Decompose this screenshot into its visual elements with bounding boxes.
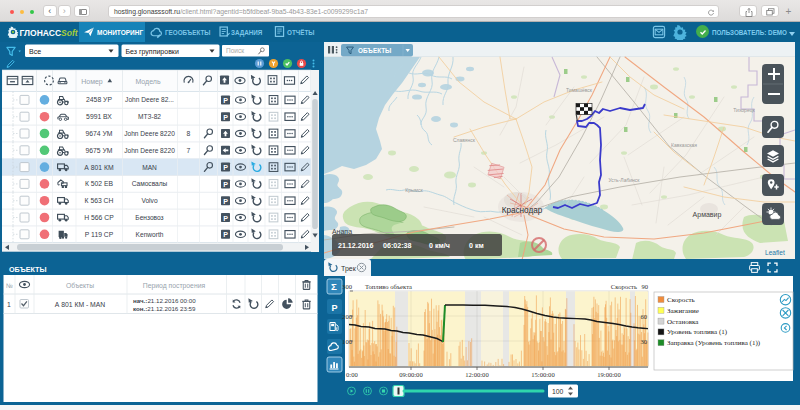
svg-text:Крымск: Крымск (405, 187, 423, 193)
svg-text:Трек: Трек (341, 265, 357, 273)
svg-text:Р 119 СР: Р 119 СР (85, 231, 114, 238)
svg-text:19:00:00: 19:00:00 (597, 371, 621, 378)
svg-text:Скорость: Скорость (667, 296, 695, 304)
svg-text:Kenworth: Kenworth (136, 231, 164, 238)
svg-text:МТЗ-82: МТЗ-82 (138, 113, 161, 120)
svg-text:9675 УМ: 9675 УМ (86, 147, 113, 154)
svg-text:К 563 СН: К 563 СН (85, 197, 114, 204)
svg-text:Модель: Модель (135, 78, 160, 86)
svg-text:100: 100 (342, 338, 353, 345)
svg-text:К 502 ЕВ: К 502 ЕВ (85, 180, 114, 187)
svg-text:5991 ВХ: 5991 ВХ (86, 113, 112, 120)
svg-text:8: 8 (187, 130, 191, 137)
svg-text:Тимашёвск: Тимашёвск (566, 87, 593, 93)
svg-text:2458 УР: 2458 УР (86, 96, 112, 103)
svg-text:ОБЪЕКТЫ: ОБЪЕКТЫ (358, 47, 391, 54)
svg-text:Скорость: Скорость (611, 283, 637, 290)
svg-text:№: № (6, 282, 13, 289)
svg-text:Краснодар: Краснодар (502, 206, 543, 215)
svg-text:0 км: 0 км (469, 242, 484, 250)
svg-text:200: 200 (342, 313, 353, 320)
svg-text:А 801 КМ - MAN: А 801 КМ - MAN (55, 301, 106, 308)
svg-text:Уровень топлива (1): Уровень топлива (1) (667, 328, 728, 336)
svg-text:09:00:00: 09:00:00 (399, 371, 423, 378)
svg-text:9674 УМ: 9674 УМ (86, 130, 113, 137)
svg-text:John Deere 8220: John Deere 8220 (124, 147, 175, 154)
svg-text:15:00:00: 15:00:00 (531, 371, 555, 378)
svg-text:John Deere 8220: John Deere 8220 (124, 130, 175, 137)
svg-text:нач.:21.12.2016 00:00: нач.:21.12.2016 00:00 (133, 297, 196, 304)
svg-text:Без группировки: Без группировки (126, 48, 179, 56)
svg-text:Зажигание: Зажигание (667, 307, 699, 315)
svg-text:Заправка (Уровень топлива (1)): Заправка (Уровень топлива (1)) (667, 339, 761, 347)
svg-text:кон.:21.12.2016 23:59: кон.:21.12.2016 23:59 (133, 305, 196, 312)
svg-text:P: P (331, 303, 337, 313)
svg-text:Усть-Лабинск: Усть-Лабинск (608, 177, 640, 183)
svg-text:Объекты: Объекты (66, 282, 94, 289)
svg-text:Кавказская: Кавказская (671, 142, 697, 148)
svg-text:Бензовоз: Бензовоз (135, 214, 163, 221)
svg-text:Славянск: Славянск (453, 137, 476, 143)
svg-text:100: 100 (552, 388, 564, 395)
svg-text:Тихорецк: Тихорецк (733, 107, 755, 113)
svg-text:Volvo: Volvo (141, 197, 157, 204)
svg-text:7: 7 (187, 147, 191, 154)
svg-text:300: 300 (342, 283, 353, 290)
svg-text:1: 1 (7, 301, 11, 308)
svg-text:Анапа: Анапа (332, 228, 352, 235)
svg-text:Самосвалы: Самосвалы (132, 180, 168, 187)
svg-text:Н 566 СР: Н 566 СР (84, 214, 114, 221)
svg-text:Остановка: Остановка (667, 318, 699, 326)
svg-text:Все: Все (29, 48, 41, 55)
svg-text:Период построения: Период построения (143, 282, 206, 290)
svg-text:12:00:00: 12:00:00 (465, 371, 489, 378)
svg-text:Номер: Номер (81, 78, 103, 86)
svg-text:60: 60 (640, 313, 647, 320)
svg-text:Leaflet: Leaflet (765, 249, 785, 256)
svg-text:21.12.2016: 21.12.2016 (338, 242, 374, 250)
svg-text:А 801 КМ: А 801 КМ (84, 164, 114, 171)
svg-text:Топливо объекта: Топливо объекта (365, 283, 412, 290)
svg-text:Поиск: Поиск (226, 47, 244, 54)
svg-text:ОБЪЕКТЫ: ОБЪЕКТЫ (9, 265, 47, 274)
svg-text:MAN: MAN (142, 164, 157, 171)
svg-text:0:00: 0:00 (346, 371, 358, 378)
svg-text:Армавир: Армавир (693, 211, 722, 219)
svg-text:John Deere 82...: John Deere 82... (125, 96, 174, 103)
svg-text:0 км/ч: 0 км/ч (429, 242, 450, 250)
svg-text:06:02:38: 06:02:38 (383, 242, 411, 250)
svg-text:90: 90 (641, 283, 648, 290)
svg-text:30: 30 (640, 338, 647, 345)
